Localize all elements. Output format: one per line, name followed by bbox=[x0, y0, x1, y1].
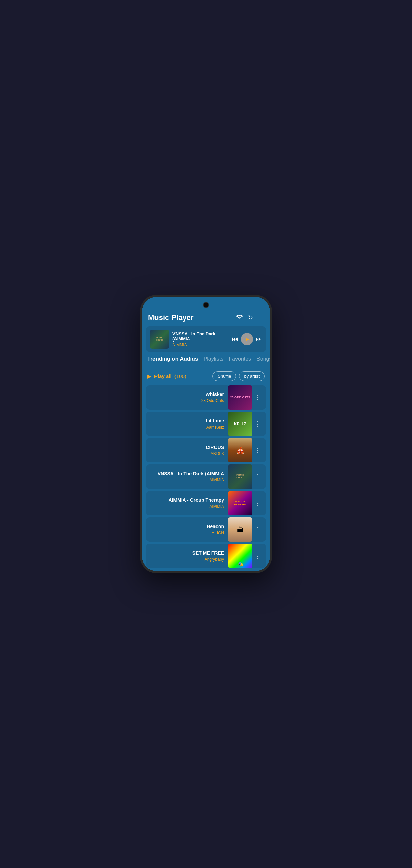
wifi-icon[interactable] bbox=[236, 314, 243, 322]
song-artist: Aarr Kellz bbox=[151, 425, 224, 430]
app-title: Music Player bbox=[148, 313, 194, 322]
by-artist-button[interactable]: by artist bbox=[239, 371, 265, 381]
tab-favorites[interactable]: Favorites bbox=[229, 356, 251, 364]
song-title: CIRCUS bbox=[151, 445, 224, 450]
song-text: Lit Lime Aarr Kellz bbox=[146, 414, 228, 434]
song-title: Beacon bbox=[151, 524, 224, 529]
song-menu-icon[interactable]: ⋮ bbox=[252, 552, 263, 560]
song-item: Whisker 23 Odd Cats 23 ODD CATS ⋮ bbox=[146, 385, 266, 410]
song-item: SET ME FREE Angrybaby 🎭 ⋮ bbox=[146, 544, 266, 568]
refresh-icon[interactable]: ↻ bbox=[248, 314, 253, 322]
fast-forward-button[interactable]: ⏭ bbox=[256, 336, 262, 343]
song-text: VNSSA - In The Dark (AIMMIA AIMMIA bbox=[146, 467, 228, 487]
song-artwork: FEMMEHOUSE bbox=[228, 464, 252, 489]
song-item: VNSSA - In The Dark (AIMMIA AIMMIA FEMME… bbox=[146, 464, 266, 489]
song-artwork: 🏔 bbox=[228, 517, 252, 542]
song-artist: AIMMIA bbox=[151, 504, 224, 509]
song-text: Whisker 23 Odd Cats bbox=[146, 388, 228, 407]
song-item: Lit Lime Aarr Kellz KELLZ ⋮ bbox=[146, 412, 266, 436]
song-text: CIRCUS ABDI X bbox=[146, 440, 228, 460]
now-playing-artist: AIMMIA bbox=[172, 343, 229, 347]
song-menu-icon[interactable]: ⋮ bbox=[252, 447, 263, 454]
song-artwork: KELLZ bbox=[228, 412, 252, 436]
play-all-icon: ▶ bbox=[147, 373, 151, 379]
now-playing-bar: FEMMEHOUSE VNSSA - In The Dark (AIMMIA A… bbox=[146, 326, 266, 352]
song-artist: 23 Odd Cats bbox=[151, 398, 224, 403]
song-title: AIMMIA - Group Therapy bbox=[151, 497, 224, 503]
song-text: Beacon ALIGN bbox=[146, 520, 228, 539]
song-item: CIRCUS ABDI X 🎪 ⋮ bbox=[146, 438, 266, 462]
songs-list: Whisker 23 Odd Cats 23 ODD CATS ⋮ Lit Li… bbox=[142, 385, 270, 571]
song-item: AIMMIA - Group Therapy AIMMIA GROUPTHERA… bbox=[146, 491, 266, 515]
play-all-label[interactable]: Play all bbox=[154, 373, 172, 379]
play-all-section: ▶ Play all (100) bbox=[147, 373, 186, 379]
song-text: AIMMIA - Group Therapy AIMMIA bbox=[146, 493, 228, 513]
more-menu-icon[interactable]: ⋮ bbox=[258, 314, 264, 322]
song-artwork: 🎪 bbox=[228, 438, 252, 462]
song-menu-icon[interactable]: ⋮ bbox=[252, 420, 263, 428]
app-header: Music Player ↻ ⋮ bbox=[142, 311, 270, 326]
song-menu-icon[interactable]: ⋮ bbox=[252, 499, 263, 507]
song-title: Lit Lime bbox=[151, 418, 224, 423]
now-playing-title: VNSSA - In The Dark (AIMMIA bbox=[172, 331, 229, 342]
phone-frame: Music Player ↻ ⋮ FEMMEHOUSE bbox=[140, 295, 272, 573]
song-menu-icon[interactable]: ⋮ bbox=[252, 526, 263, 533]
phone-screen: Music Player ↻ ⋮ FEMMEHOUSE bbox=[142, 297, 270, 571]
song-title: SET ME FREE bbox=[151, 550, 224, 556]
song-artwork: 🎭 bbox=[228, 544, 252, 568]
play-button[interactable] bbox=[241, 333, 253, 345]
song-menu-icon[interactable]: ⋮ bbox=[252, 473, 263, 480]
now-playing-art: FEMMEHOUSE bbox=[150, 330, 169, 349]
controls-row: ▶ Play all (100) Shuffle by artist bbox=[142, 367, 270, 385]
song-title: Whisker bbox=[151, 392, 224, 397]
action-buttons: Shuffle by artist bbox=[212, 371, 265, 381]
play-all-count: (100) bbox=[174, 373, 186, 379]
song-artist: ALIGN bbox=[151, 531, 224, 535]
song-artwork: 23 ODD CATS bbox=[228, 385, 252, 410]
shuffle-button[interactable]: Shuffle bbox=[212, 371, 236, 381]
camera-notch bbox=[203, 302, 209, 308]
header-icons: ↻ ⋮ bbox=[236, 314, 264, 322]
tab-playlists[interactable]: Playlists bbox=[204, 356, 224, 364]
song-text: SET ME FREE Angrybaby bbox=[146, 546, 228, 566]
song-artist: ABDI X bbox=[151, 451, 224, 456]
rewind-button[interactable]: ⏮ bbox=[232, 336, 238, 343]
song-item: Beacon ALIGN 🏔 ⋮ bbox=[146, 517, 266, 542]
tabs-section: Trending on Audius Playlists Favorites S… bbox=[142, 356, 270, 367]
tab-trending[interactable]: Trending on Audius bbox=[147, 356, 198, 364]
song-artist: AIMMIA bbox=[151, 478, 224, 482]
song-artist: Angrybaby bbox=[151, 557, 224, 562]
song-title: VNSSA - In The Dark (AIMMIA bbox=[151, 471, 224, 476]
song-artwork: GROUPTHERAPY bbox=[228, 491, 252, 515]
song-menu-icon[interactable]: ⋮ bbox=[252, 394, 263, 401]
now-playing-info: VNSSA - In The Dark (AIMMIA AIMMIA bbox=[172, 331, 229, 347]
player-controls: ⏮ ⏭ bbox=[232, 333, 262, 345]
tab-songs[interactable]: Songs bbox=[256, 356, 270, 364]
